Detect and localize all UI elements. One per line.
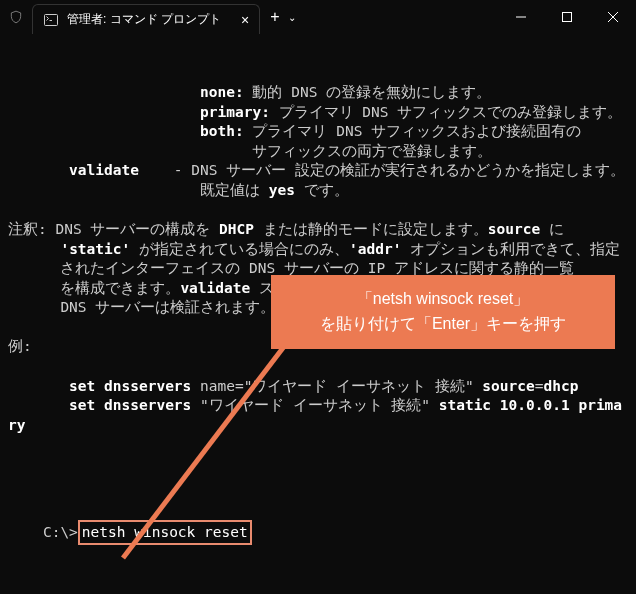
close-button[interactable]: [590, 0, 636, 34]
terminal-line: set dnsservers name="ワイヤード イーサネット 接続" so…: [8, 377, 628, 397]
terminal-line: [8, 357, 628, 377]
cmd-icon: [43, 12, 59, 28]
terminal-line: 注釈: DNS サーバーの構成を DHCP または静的モードに設定します。sou…: [8, 220, 628, 240]
terminal-line: none: 動的 DNS の登録を無効にします。: [8, 83, 628, 103]
tab-close-button[interactable]: ×: [241, 12, 249, 28]
terminal-line: [8, 201, 628, 221]
terminal-line: both: プライマリ DNS サフィックスおよび接続固有の: [8, 122, 628, 142]
terminal-line: [8, 435, 628, 455]
window-titlebar: 管理者: コマンド プロンプト × + ⌄: [0, 0, 636, 34]
prompt-prefix: C:\>: [43, 524, 78, 540]
tab-dropdown-button[interactable]: ⌄: [288, 12, 296, 23]
terminal-line: set dnsservers "ワイヤード イーサネット 接続" static …: [8, 396, 628, 435]
typed-command[interactable]: netsh winsock reset: [78, 520, 252, 546]
terminal-line: サフィックスの両方で登録します。: [8, 142, 628, 162]
shield-icon: [0, 1, 32, 33]
svg-rect-3: [563, 13, 572, 22]
tab-title: 管理者: コマンド プロンプト: [67, 11, 221, 28]
instruction-callout: 「netsh winsock reset」 を貼り付けて「Enter」キーを押す: [271, 275, 615, 349]
prompt-line: C:\>netsh winsock reset: [8, 500, 628, 565]
minimize-button[interactable]: [498, 0, 544, 34]
maximize-button[interactable]: [544, 0, 590, 34]
tab-active[interactable]: 管理者: コマンド プロンプト ×: [32, 4, 260, 34]
terminal-line: primary: プライマリ DNS サフィックスでのみ登録します。: [8, 103, 628, 123]
terminal-line: 既定値は yes です。: [8, 181, 628, 201]
callout-line2: を貼り付けて「Enter」キーを押す: [279, 312, 607, 337]
terminal-line: 'static' が指定されている場合にのみ、'addr' オプションも利用でき…: [8, 240, 628, 260]
new-tab-button[interactable]: +: [270, 8, 279, 26]
terminal-line: validate - DNS サーバー 設定の検証が実行されるかどうかを指定しま…: [8, 161, 628, 181]
callout-line1: 「netsh winsock reset」: [279, 287, 607, 312]
